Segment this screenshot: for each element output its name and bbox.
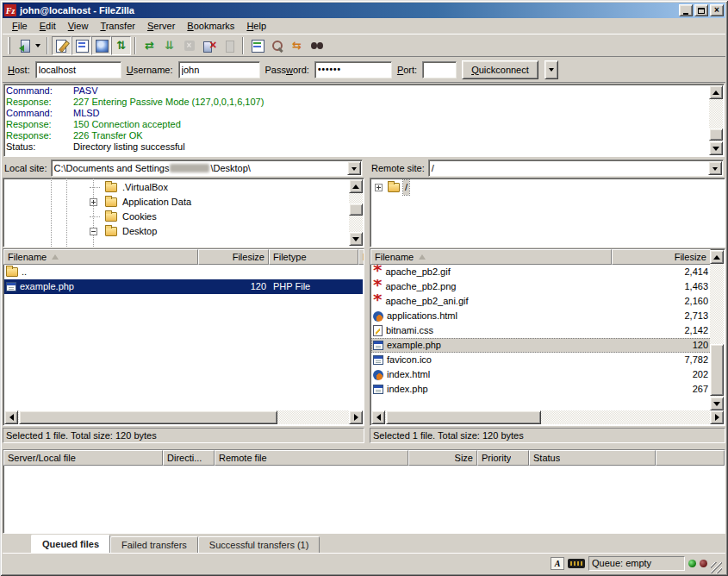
file-row-apache-pb2-ani-gif[interactable]: apache_pb2_ani.gif2,160 — [371, 294, 724, 309]
toggle-remote-tree-button[interactable] — [91, 36, 111, 55]
menu-view[interactable]: View — [62, 19, 95, 33]
local-tree-scrollbar[interactable] — [349, 179, 363, 246]
scroll-up-icon — [712, 87, 719, 95]
tab-queued-files[interactable]: Queued files — [31, 535, 110, 553]
remote-list-hscrollbar[interactable] — [371, 410, 724, 424]
column-header-filesize[interactable]: Filesize — [612, 249, 711, 265]
toggle-message-log-button[interactable] — [52, 36, 72, 55]
quickconnect-dropdown-button[interactable] — [544, 60, 558, 79]
tree-item-virtualbox[interactable]: .VirtualBox — [3, 180, 364, 195]
queue-column-server-local-file[interactable]: Server/Local file — [3, 450, 163, 466]
host-input[interactable] — [35, 61, 121, 78]
scrollbar-thumb[interactable] — [19, 410, 277, 424]
site-manager-button[interactable] — [13, 36, 33, 55]
scroll-left-button[interactable] — [4, 410, 18, 424]
scrollbar-thumb[interactable] — [349, 203, 363, 216]
transfer-queue-body[interactable] — [3, 466, 725, 533]
quickconnect-button[interactable]: Quickconnect — [462, 60, 538, 79]
minus-expander-icon[interactable] — [90, 228, 97, 235]
menu-file[interactable]: File — [6, 19, 34, 33]
tree-item-application-data[interactable]: Application Data — [3, 195, 364, 210]
tree-item-cookies[interactable]: Cookies — [3, 210, 364, 224]
remote-list-vscrollbar[interactable] — [710, 250, 724, 410]
remote-site-combobox[interactable]: / — [428, 160, 724, 177]
compare-directories-button[interactable] — [267, 36, 287, 55]
queue-column-priority[interactable]: Priority — [477, 450, 529, 466]
column-header-filesize[interactable]: Filesize — [198, 249, 269, 265]
scroll-up-button[interactable] — [349, 179, 363, 193]
message-log[interactable]: Command:PASVResponse:227 Entering Passiv… — [3, 84, 725, 157]
directory-filters-button[interactable] — [247, 36, 267, 55]
local-list-hscrollbar[interactable] — [4, 410, 363, 424]
refresh-button[interactable] — [140, 36, 159, 55]
resize-grip[interactable] — [711, 562, 722, 573]
menu-transfer[interactable]: Transfer — [94, 19, 141, 33]
plus-expander-icon[interactable] — [90, 198, 97, 206]
scrollbar-thumb[interactable] — [709, 128, 723, 141]
file-row-favicon-ico[interactable]: favicon.ico7,782 — [371, 353, 724, 367]
tab-successful-transfers-1[interactable]: Successful transfers (1) — [198, 536, 320, 553]
menu-edit[interactable]: Edit — [34, 19, 62, 33]
local-site-dropdown-button[interactable] — [347, 161, 361, 175]
maximize-button[interactable] — [694, 4, 708, 16]
scroll-up-button[interactable] — [710, 250, 724, 264]
file-row-blank[interactable]: .. — [4, 265, 363, 279]
title-bar[interactable]: Fz john@localhost - FileZilla × — [3, 3, 725, 18]
disconnect-button[interactable] — [199, 36, 219, 55]
queue-column-status[interactable]: Status — [529, 450, 656, 466]
remote-directory-tree[interactable]: / — [370, 178, 725, 247]
port-input[interactable] — [422, 61, 457, 78]
remote-file-list[interactable]: FilenameFilesize apache_pb2.gif2,414apac… — [370, 248, 725, 426]
scroll-right-button[interactable] — [710, 410, 724, 424]
tree-item-label: / — [403, 180, 409, 195]
queue-column-directi[interactable]: Directi... — [163, 450, 215, 466]
column-header-filename[interactable]: Filename — [3, 249, 198, 265]
column-header-filetype[interactable]: Filetype — [269, 249, 358, 265]
file-row-index-php[interactable]: index.php267 — [371, 382, 724, 397]
file-row-apache-pb2-gif[interactable]: apache_pb2.gif2,414 — [371, 265, 724, 279]
file-row-applications-html[interactable]: applications.html2,713 — [371, 309, 724, 323]
username-input[interactable] — [178, 61, 260, 78]
log-line-type: Status: — [6, 141, 73, 153]
site-manager-dropdown-button[interactable] — [33, 36, 43, 55]
queue-column-remote-file[interactable]: Remote file — [215, 450, 408, 466]
column-header-filename[interactable]: Filename — [370, 249, 612, 265]
local-directory-tree[interactable]: .VirtualBoxApplication DataCookiesDeskto… — [3, 178, 364, 247]
tab-failed-transfers[interactable]: Failed transfers — [110, 536, 198, 553]
menu-bookmarks[interactable]: Bookmarks — [181, 19, 240, 33]
file-row-index-html[interactable]: index.html202 — [371, 367, 724, 382]
password-input[interactable] — [314, 61, 392, 78]
find-files-button[interactable] — [307, 36, 327, 55]
scroll-left-button[interactable] — [371, 410, 385, 424]
process-queue-button[interactable] — [159, 36, 179, 55]
scrollbar-thumb[interactable] — [386, 410, 541, 424]
file-row-apache-pb2-png[interactable]: apache_pb2.png1,463 — [371, 279, 724, 294]
synchronized-browsing-button[interactable] — [287, 36, 307, 55]
scroll-down-button[interactable] — [349, 232, 363, 246]
close-button[interactable]: × — [710, 4, 724, 16]
scroll-right-button[interactable] — [349, 410, 363, 424]
tree-item-blank[interactable]: / — [370, 180, 725, 195]
minimize-button[interactable] — [679, 4, 693, 16]
column-header-l[interactable]: L — [358, 249, 364, 265]
menu-help[interactable]: Help — [240, 19, 272, 33]
menu-server[interactable]: Server — [141, 19, 181, 33]
toggle-transfer-queue-button[interactable] — [111, 36, 131, 55]
transfer-queue[interactable]: Server/Local fileDirecti...Remote fileSi… — [3, 449, 725, 534]
remote-site-dropdown-button[interactable] — [708, 161, 722, 175]
toggle-local-tree-button[interactable] — [72, 36, 91, 55]
file-row-example-php[interactable]: example.php120PHP File1 — [4, 279, 363, 294]
file-row-bitnami-css[interactable]: bitnami.css2,142 — [371, 323, 724, 338]
tree-item-desktop[interactable]: Desktop — [3, 224, 364, 239]
local-site-combobox[interactable]: C:\Documents and Settings\Desktop\ — [51, 160, 363, 177]
local-file-list[interactable]: FilenameFilesizeFiletypeL ..example.php1… — [3, 248, 364, 426]
scroll-down-button[interactable] — [709, 141, 723, 155]
queue-column-end[interactable] — [656, 450, 725, 466]
file-row-example-php[interactable]: example.php120 — [371, 338, 724, 353]
plus-expander-icon[interactable] — [375, 184, 383, 191]
scroll-up-button[interactable] — [709, 85, 723, 99]
message-log-scrollbar[interactable] — [709, 85, 723, 155]
scroll-down-button[interactable] — [710, 397, 724, 410]
scrollbar-thumb[interactable] — [710, 344, 724, 396]
queue-column-size[interactable]: Size — [408, 450, 477, 466]
